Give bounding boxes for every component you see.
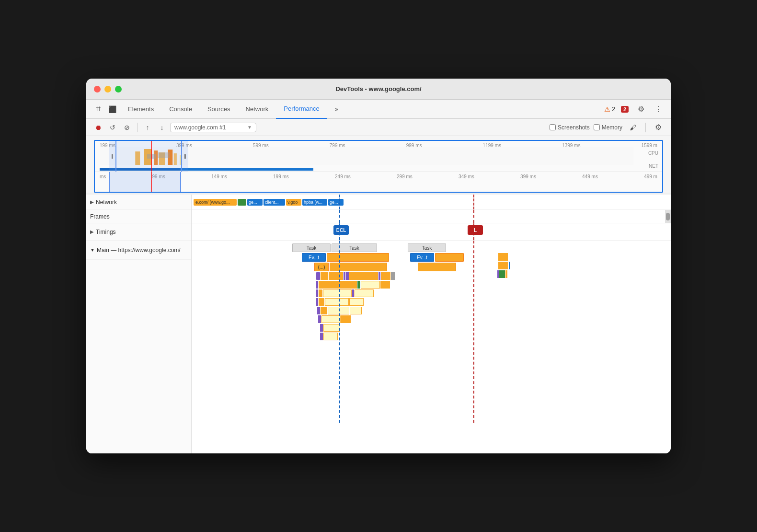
- f4-6[interactable]: [349, 272, 378, 280]
- dcl-marker[interactable]: DCL: [333, 225, 349, 235]
- net-req-0[interactable]: e.com/ (www.go...: [194, 199, 237, 206]
- settings-button[interactable]: ⚙: [634, 103, 648, 116]
- f4-3[interactable]: [329, 272, 343, 280]
- f11-2[interactable]: [323, 333, 338, 340]
- task-bar-1[interactable]: Task: [292, 243, 331, 252]
- r2-1[interactable]: [498, 262, 508, 269]
- right-row-1: [498, 253, 671, 261]
- task-bar-3[interactable]: Task: [408, 243, 446, 252]
- network-expand-btn[interactable]: ▶: [90, 199, 94, 205]
- f4-8[interactable]: [381, 272, 390, 280]
- f8-2[interactable]: [321, 307, 327, 314]
- net-req-5[interactable]: hpba (w...: [302, 199, 327, 206]
- tab-console[interactable]: Console: [161, 100, 200, 119]
- f6-4[interactable]: [352, 289, 354, 297]
- f5-5[interactable]: [380, 281, 390, 289]
- clear-button[interactable]: ⊘: [121, 121, 133, 134]
- f9-3[interactable]: [341, 315, 351, 323]
- upload-button[interactable]: ↑: [141, 121, 154, 134]
- f11-1[interactable]: [320, 333, 323, 340]
- screenshots-checkbox[interactable]: [550, 124, 556, 130]
- url-text: www.google.com #1: [174, 124, 226, 131]
- r1-1[interactable]: [498, 253, 508, 261]
- net-req-2[interactable]: ge...: [247, 199, 263, 206]
- main-expand-btn[interactable]: ▼: [90, 247, 95, 253]
- tab-performance[interactable]: Performance: [276, 100, 327, 119]
- net-req-4[interactable]: v.goo: [286, 199, 301, 206]
- maximize-button[interactable]: [115, 86, 122, 93]
- f4-7[interactable]: [378, 272, 380, 280]
- f10-2[interactable]: [323, 324, 340, 332]
- net-req-1[interactable]: [238, 199, 246, 206]
- close-button[interactable]: [94, 86, 101, 93]
- r3-3[interactable]: [505, 270, 507, 278]
- r3-2[interactable]: [499, 270, 505, 278]
- screenshots-checkbox-label[interactable]: Screenshots: [550, 124, 590, 131]
- net-req-6[interactable]: ge...: [328, 199, 344, 206]
- yellow-bar-2[interactable]: [435, 253, 464, 262]
- yellow-bar-1[interactable]: [327, 253, 389, 262]
- tab-inspector[interactable]: ⌗: [92, 100, 104, 119]
- l-marker[interactable]: L: [468, 225, 483, 235]
- flame-row-6: [316, 289, 671, 297]
- f4-2[interactable]: [321, 272, 328, 280]
- overview-area[interactable]: 199 ms 399 ms 599 ms 799 ms 999 ms 1199 …: [94, 140, 663, 193]
- f5-3[interactable]: [357, 281, 360, 289]
- f6-1[interactable]: [316, 289, 318, 297]
- f7-1[interactable]: [316, 298, 318, 306]
- f4-4[interactable]: [344, 272, 345, 280]
- minimize-button[interactable]: [104, 86, 111, 93]
- event-bar-2[interactable]: Ev...t: [410, 253, 434, 262]
- f4-9[interactable]: [391, 272, 395, 280]
- perf-settings-button[interactable]: ⚙: [652, 121, 665, 134]
- bt-8: 449 ms: [582, 174, 598, 179]
- f7-3[interactable]: [325, 298, 349, 306]
- event-bar-1[interactable]: Ev...t: [302, 253, 326, 262]
- bottom-selection: [109, 172, 181, 193]
- f8-1[interactable]: [317, 307, 320, 314]
- download-button[interactable]: ↓: [156, 121, 168, 134]
- r2-2[interactable]: [509, 262, 510, 269]
- bottom-cursor: [151, 172, 152, 193]
- f5-1[interactable]: [316, 281, 318, 289]
- task-y3[interactable]: [418, 263, 456, 271]
- tab-elements[interactable]: Elements: [120, 100, 161, 119]
- s3: [388, 263, 417, 271]
- tab-device[interactable]: ⬛: [104, 100, 120, 119]
- r3-1[interactable]: [497, 270, 499, 278]
- perf-toolbar-right: Screenshots Memory 🖌 ⚙: [550, 121, 665, 134]
- f9-1[interactable]: [318, 315, 321, 323]
- devtools-window: DevTools - www.google.com/ ⌗ ⬛ Elements …: [86, 79, 671, 453]
- memory-checkbox[interactable]: [594, 124, 600, 130]
- tab-more[interactable]: »: [327, 100, 346, 119]
- f4-5[interactable]: [346, 272, 349, 280]
- f6-2[interactable]: [319, 289, 322, 297]
- task-y2[interactable]: [330, 263, 387, 271]
- right-handle[interactable]: ‖: [181, 141, 188, 172]
- f4-1[interactable]: [316, 272, 320, 280]
- tab-network[interactable]: Network: [238, 100, 276, 119]
- f6-3[interactable]: [323, 289, 352, 297]
- left-handle[interactable]: ‖: [109, 141, 116, 172]
- f7-2[interactable]: [319, 298, 324, 306]
- memory-checkbox-label[interactable]: Memory: [594, 124, 622, 131]
- f8-3[interactable]: [328, 307, 349, 314]
- reload-button[interactable]: ↺: [106, 121, 119, 134]
- record-button[interactable]: ⏺: [92, 121, 104, 134]
- f6-5[interactable]: [355, 289, 374, 297]
- timings-expand-btn[interactable]: ▶: [90, 229, 94, 234]
- f5-2[interactable]: [319, 281, 357, 289]
- task-bar-2[interactable]: Task: [332, 243, 377, 252]
- bt-6: 349 ms: [459, 174, 474, 179]
- more-button[interactable]: ⋮: [652, 103, 665, 116]
- f9-2[interactable]: [321, 315, 341, 323]
- f8-4[interactable]: [350, 307, 362, 314]
- tab-sources[interactable]: Sources: [200, 100, 238, 119]
- f10-1[interactable]: [320, 324, 323, 332]
- url-selector[interactable]: www.google.com #1 ▼: [170, 123, 256, 132]
- scroll-thumb[interactable]: [666, 213, 670, 220]
- f5-4[interactable]: [361, 281, 380, 289]
- net-req-3[interactable]: client...: [264, 199, 285, 206]
- task-y1[interactable]: (...): [314, 263, 329, 271]
- f7-4[interactable]: [349, 298, 364, 306]
